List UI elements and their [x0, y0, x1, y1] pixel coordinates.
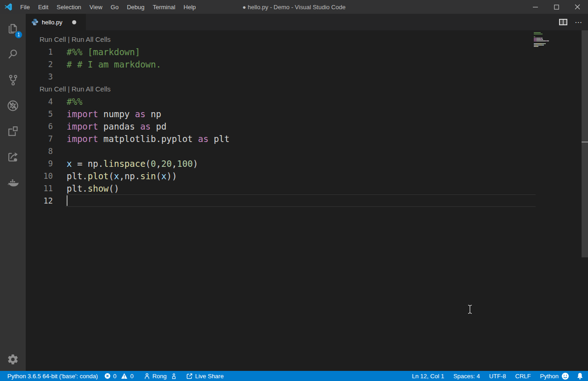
menu-item-selection[interactable]: Selection — [52, 0, 85, 14]
status-bar-right: Ln 12, Col 1Spaces: 4UTF-8CRLFPython — [412, 373, 559, 380]
code-line-content: plt.show() — [53, 183, 119, 193]
debug-icon — [6, 99, 19, 112]
scrollbar-slider[interactable] — [582, 30, 588, 257]
line-number: 5 — [26, 109, 53, 119]
line-number: 1 — [26, 47, 53, 57]
overview-ruler-cursor-mark — [582, 142, 588, 142]
vscode-logo-icon — [4, 3, 12, 11]
smiley-icon[interactable] — [561, 372, 569, 380]
code-row-2[interactable]: 2# # I am markdown. — [26, 58, 588, 70]
warning-icon — [121, 373, 128, 379]
codelens-run-cell[interactable]: Run Cell — [40, 85, 66, 93]
editor-actions: ⋯ — [559, 14, 588, 30]
settings-button[interactable] — [0, 353, 26, 365]
menu-item-file[interactable]: File — [16, 0, 34, 14]
codelens-run-cell[interactable]: Run Cell — [40, 35, 66, 43]
status-bar: Python 3.6.5 64-bit ('base': conda) 0 — [0, 371, 588, 381]
line-number: 11 — [26, 184, 53, 193]
line-number: 4 — [26, 97, 53, 106]
menu-item-view[interactable]: View — [85, 0, 107, 14]
live-share-activity-button[interactable] — [0, 144, 26, 170]
encoding-status[interactable]: UTF-8 — [489, 373, 506, 380]
code-row-7[interactable]: 7import matplotlib.pyplot as plt — [26, 132, 588, 145]
code-row-1[interactable]: 1#%% [markdown] — [26, 45, 588, 58]
line-number: 7 — [26, 134, 53, 143]
code-row-8[interactable]: 8 — [26, 145, 588, 157]
line-number: 10 — [26, 171, 53, 181]
python-interpreter-status[interactable]: Python 3.6.5 64-bit ('base': conda) — [7, 373, 98, 380]
minimize-button[interactable] — [525, 0, 546, 14]
source-control-button[interactable] — [0, 67, 26, 93]
code-row-12[interactable]: 12 — [26, 194, 588, 207]
python-icon — [31, 18, 39, 26]
code-row-3[interactable]: 3 — [26, 70, 588, 83]
live-share-icon — [6, 151, 19, 164]
eol-status[interactable]: CRLF — [515, 373, 531, 380]
menu-item-help[interactable]: Help — [180, 0, 200, 14]
code-line-content: #%% — [53, 97, 82, 107]
share-icon — [186, 373, 193, 380]
tab-bar: hello.py ⋯ — [26, 14, 588, 30]
code-row-4[interactable]: 4#%% — [26, 95, 588, 108]
indentation-status[interactable]: Spaces: 4 — [453, 373, 480, 380]
live-share-user-name: Rong — [153, 373, 167, 380]
error-count: 0 — [113, 373, 116, 380]
source-control-icon — [6, 74, 19, 86]
problems-status[interactable]: 0 0 — [104, 373, 133, 380]
line-number: 8 — [26, 147, 53, 156]
vertical-scrollbar[interactable] — [581, 30, 588, 371]
code-row-9[interactable]: 9x = np.linspace(0,20,100) — [26, 157, 588, 170]
tab-label: hello.py — [42, 19, 62, 26]
close-button[interactable] — [567, 0, 588, 14]
menu-item-debug[interactable]: Debug — [123, 0, 148, 14]
extensions-button[interactable] — [0, 119, 26, 144]
more-actions-icon[interactable]: ⋯ — [575, 18, 582, 27]
tab-modified-dot[interactable] — [72, 20, 76, 24]
warning-count: 0 — [130, 373, 133, 380]
code-row-5[interactable]: 5import numpy as np — [26, 108, 588, 120]
minimap[interactable] — [534, 32, 580, 49]
code-editor[interactable]: Run Cell | Run All Cells1#%% [markdown]2… — [26, 30, 588, 371]
split-editor-icon[interactable] — [559, 19, 567, 25]
menu-item-edit[interactable]: Edit — [34, 0, 52, 14]
cursor-position-status[interactable]: Ln 12, Col 1 — [412, 373, 444, 380]
line-number: 3 — [26, 72, 53, 81]
extensions-icon — [6, 125, 19, 138]
code-row-10[interactable]: 10plt.plot(x,np.sin(x)) — [26, 170, 588, 182]
menubar: FileEditSelectionViewGoDebugTerminalHelp — [16, 0, 200, 14]
explorer-button[interactable]: 1 — [0, 16, 26, 41]
code-line-content: plt.plot(x,np.sin(x)) — [53, 171, 177, 181]
codelens-run-all-cells[interactable]: Run All Cells — [72, 85, 111, 93]
codelens-row: Run Cell | Run All Cells — [26, 83, 588, 95]
line-number: 9 — [26, 159, 53, 168]
settings-gear-icon — [7, 353, 19, 365]
line-number: 2 — [26, 60, 53, 69]
menu-item-terminal[interactable]: Terminal — [148, 0, 179, 14]
codelens-run-all-cells[interactable]: Run All Cells — [72, 35, 111, 43]
menu-item-go[interactable]: Go — [107, 0, 123, 14]
codelens-separator: | — [66, 85, 72, 93]
participant-icon — [172, 373, 176, 379]
code-line-content: import numpy as np — [53, 109, 161, 119]
live-share-button[interactable]: Live Share — [186, 373, 224, 380]
search-button[interactable] — [0, 41, 26, 67]
code-line-content: # # I am markdown. — [53, 59, 161, 69]
tab-hello-py[interactable]: hello.py — [26, 14, 86, 30]
code-row-6[interactable]: 6import pandas as pd — [26, 120, 588, 132]
mouse-ibeam-cursor — [467, 304, 473, 314]
explorer-badge: 1 — [15, 31, 23, 39]
codelens-row: Run Cell | Run All Cells — [26, 33, 588, 45]
maximize-button[interactable] — [546, 0, 567, 14]
search-icon — [6, 48, 19, 61]
bell-icon[interactable] — [577, 372, 583, 380]
code-row-11[interactable]: 11plt.show() — [26, 182, 588, 194]
docker-icon — [6, 176, 19, 189]
docker-button[interactable] — [0, 170, 26, 196]
code-line-content: import pandas as pd — [53, 121, 166, 131]
live-share-user-status[interactable]: Rong — [144, 373, 176, 380]
error-icon — [104, 373, 111, 379]
code-line-content: x = np.linspace(0,20,100) — [53, 159, 198, 169]
debug-button[interactable] — [0, 93, 26, 119]
vscode-window: FileEditSelectionViewGoDebugTerminalHelp… — [0, 0, 588, 381]
language-mode-status[interactable]: Python — [540, 373, 559, 380]
